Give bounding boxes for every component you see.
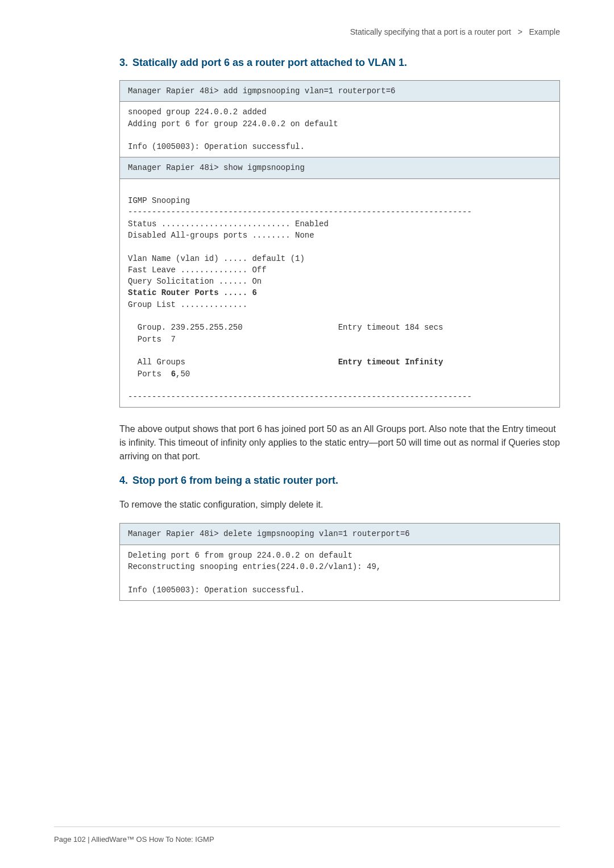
breadcrumb-separator: > bbox=[518, 27, 522, 36]
step3-num: 3. bbox=[119, 57, 128, 68]
breadcrumb: Statically specifying that a port is a r… bbox=[350, 27, 560, 36]
code-block-2: Manager Rapier 48i> delete igmpsnooping … bbox=[119, 523, 560, 600]
code-block-1: Manager Rapier 48i> add igmpsnooping vla… bbox=[119, 80, 560, 408]
out-status: Status ........................... Enabl… bbox=[128, 219, 329, 229]
out-staticports: Static Router Ports ..... 6 bbox=[128, 288, 257, 297]
paragraph-2: To remove the static configuration, simp… bbox=[119, 498, 560, 512]
out-ports-entry: Ports 7 bbox=[128, 335, 176, 344]
step3-title: Statically add port 6 as a router port a… bbox=[132, 57, 407, 68]
step4-heading: 4.Stop port 6 from being a static router… bbox=[119, 475, 560, 487]
out2-line2: Reconstructing snooping entries(224.0.0.… bbox=[128, 562, 381, 571]
output-block-1a: snooped group 224.0.0.2 added Adding por… bbox=[120, 102, 559, 157]
out-fastleave: Fast Leave .............. Off bbox=[128, 265, 267, 275]
cmd-show-igmpsnooping: Manager Rapier 48i> show igmpsnooping bbox=[120, 157, 559, 178]
step4-num: 4. bbox=[119, 475, 128, 486]
out2-line3: Info (1005003): Operation successful. bbox=[128, 585, 305, 595]
paragraph-1: The above output shows that port 6 has j… bbox=[119, 422, 560, 463]
out-ports2-prefix: Ports bbox=[128, 369, 171, 379]
out-rule1: ----------------------------------------… bbox=[128, 207, 472, 217]
out-allgroups-label: All Groups bbox=[128, 358, 338, 367]
breadcrumb-section: Statically specifying that a port is a r… bbox=[350, 27, 511, 36]
cmd-delete-igmpsnooping: Manager Rapier 48i> delete igmpsnooping … bbox=[120, 524, 559, 545]
out-disabled: Disabled All-groups ports ........ None bbox=[128, 231, 314, 240]
out-ports2-suffix: ,50 bbox=[176, 369, 190, 379]
step3-heading: 3.Statically add port 6 as a router port… bbox=[119, 57, 560, 69]
out-line1: snooped group 224.0.0.2 added bbox=[128, 107, 267, 117]
out-line2: Adding port 6 for group 224.0.0.2 on def… bbox=[128, 119, 338, 128]
out-title: IGMP Snooping bbox=[128, 196, 190, 205]
step4-title: Stop port 6 from being a static router p… bbox=[132, 475, 338, 486]
out-line3: Info (1005003): Operation successful. bbox=[128, 142, 305, 151]
out-ports2-bold: 6 bbox=[171, 369, 176, 379]
out-group-entry: Group. 239.255.255.250 Entry timeout 184… bbox=[128, 323, 443, 332]
breadcrumb-subsection: Example bbox=[529, 27, 560, 36]
out-allgroups-value: Entry timeout Infinity bbox=[338, 358, 443, 367]
output-block-1b: IGMP Snooping --------------------------… bbox=[120, 179, 559, 408]
page-footer: Page 102 | AlliedWare™ OS How To Note: I… bbox=[54, 827, 560, 844]
out2-line1: Deleting port 6 from group 224.0.0.2 on … bbox=[128, 551, 352, 560]
cmd-add-igmpsnooping: Manager Rapier 48i> add igmpsnooping vla… bbox=[120, 81, 559, 102]
output-block-2: Deleting port 6 from group 224.0.0.2 on … bbox=[120, 545, 559, 600]
out-vlan: Vlan Name (vlan id) ..... default (1) bbox=[128, 254, 305, 263]
footer-text: Page 102 | AlliedWare™ OS How To Note: I… bbox=[54, 835, 214, 844]
out-rule2: ----------------------------------------… bbox=[128, 392, 472, 401]
out-query: Query Solicitation ...... On bbox=[128, 277, 262, 286]
out-grouplist: Group List .............. bbox=[128, 300, 247, 309]
